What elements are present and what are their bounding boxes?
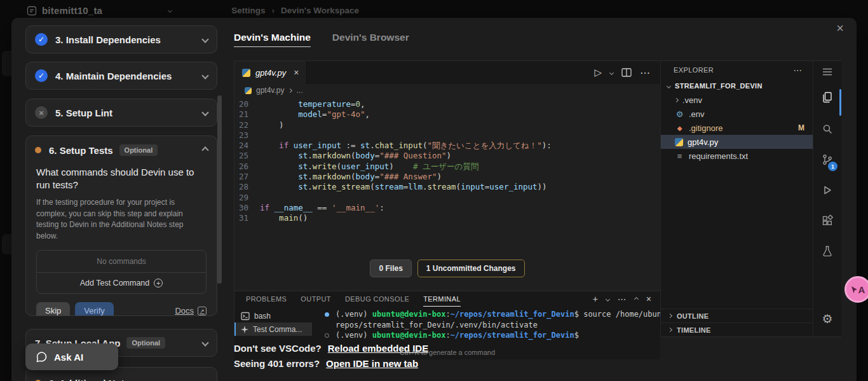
- line-number: 20: [234, 99, 260, 109]
- ide-footer: Don't see VSCode? Reload embedded IDE Se…: [234, 343, 428, 373]
- code-editor[interactable]: 20 temperature=0,21 model="gpt-4o",22 )2…: [234, 99, 655, 224]
- terminal-area: bash Test Comma...: [234, 309, 660, 341]
- step-install-dependencies[interactable]: ✓ 3. Install Dependencies: [25, 25, 217, 53]
- new-terminal-icon[interactable]: +: [593, 294, 598, 304]
- test-commands-box: No commands Add Test Command +: [36, 250, 207, 294]
- file-item--env[interactable]: ⚙.env: [661, 107, 813, 121]
- collaborator-avatar[interactable]: A: [844, 276, 868, 303]
- terminal-session-test-command[interactable]: Test Comma...: [234, 322, 312, 336]
- file-name: .gitignore: [689, 123, 722, 133]
- chevron-down-icon[interactable]: [609, 70, 614, 74]
- step-complete-icon: ✓: [35, 69, 48, 82]
- extensions-icon[interactable]: [821, 214, 834, 227]
- chevron-up-icon[interactable]: [634, 296, 639, 301]
- file-tree: .venv⚙.env◆.gitignoreMgpt4v.py≡requireme…: [661, 93, 813, 163]
- chevron-right-icon: [668, 314, 672, 318]
- panel-tab-debug-console[interactable]: DEBUG CONSOLE: [345, 291, 409, 307]
- step-setup-lint[interactable]: × 5. Setup Lint: [25, 99, 217, 127]
- split-editor-icon[interactable]: [621, 68, 632, 77]
- workspace-tab-devin-s-machine[interactable]: Devin's Machine: [234, 32, 311, 47]
- code-line: 28 st.write_stream(stream=llm.stream(inp…: [234, 182, 655, 192]
- section-timeline[interactable]: TIMELINE: [661, 322, 813, 336]
- add-test-command-button[interactable]: Add Test Command +: [37, 272, 206, 293]
- embedded-vscode: gpt4v.py × ▷ ⋯: [234, 60, 841, 337]
- testing-beaker-icon[interactable]: [821, 245, 834, 258]
- run-debug-icon[interactable]: [821, 184, 834, 197]
- search-icon[interactable]: [821, 123, 834, 135]
- explorer-sidebar: EXPLORER ⋯ STREAMLIT_FOR_DEVIN .venv⚙.en…: [660, 61, 813, 336]
- open-ide-new-tab-link[interactable]: Open IDE in new tab: [326, 358, 418, 369]
- step-setup-tests-expanded: 6. Setup Tests Optional What commands sh…: [25, 135, 217, 316]
- chevron-down-icon: [201, 109, 208, 116]
- file-item--venv[interactable]: .venv: [661, 93, 813, 107]
- python-file-icon: [675, 138, 683, 146]
- code-line: 29: [234, 193, 655, 203]
- breadcrumb[interactable]: gpt4v.py ...: [234, 84, 660, 97]
- file-item--gitignore[interactable]: ◆.gitignoreM: [661, 121, 813, 135]
- close-tab-icon[interactable]: ×: [294, 67, 299, 78]
- line-number: 21: [234, 109, 260, 120]
- uncommitted-changes-chip[interactable]: 1 Uncommitted Changes: [417, 260, 525, 277]
- plus-circle-icon: +: [154, 279, 163, 287]
- terminal-session-bash[interactable]: bash: [234, 309, 312, 322]
- file-item-gpt4v-py[interactable]: gpt4v.py: [661, 135, 813, 149]
- panel-actions: + ⋯ ×: [593, 291, 651, 307]
- session-label: bash: [254, 312, 271, 321]
- explorer-root-folder[interactable]: STREAMLIT_FOR_DEVIN: [661, 79, 813, 93]
- file-item-requirements-txt[interactable]: ≡requirements.txt: [661, 149, 813, 163]
- run-file-icon[interactable]: ▷: [594, 67, 602, 78]
- code-text: st.markdown(body="### Answer"): [260, 172, 442, 182]
- session-label: Test Comma...: [253, 325, 302, 334]
- section-label: OUTLINE: [677, 312, 709, 320]
- step-label: 6. Setup Tests: [49, 145, 113, 156]
- chevron-right-icon: [668, 328, 672, 332]
- reload-ide-link[interactable]: Reload embedded IDE: [328, 343, 428, 354]
- step-setup-tests-header[interactable]: 6. Setup Tests Optional: [26, 136, 217, 164]
- terminal-session-list: bash Test Comma...: [234, 309, 312, 341]
- panel-tab-output[interactable]: OUTPUT: [301, 291, 331, 307]
- terminal-output[interactable]: (.venv) ubuntu@devin-box:~/repos/streaml…: [325, 309, 670, 341]
- editor-tab-gpt4v[interactable]: gpt4v.py ×: [234, 61, 307, 84]
- code-line: 27 st.markdown(body="### Answer"): [234, 172, 655, 182]
- explorer-icon[interactable]: [821, 91, 834, 104]
- close-panel-icon[interactable]: ×: [646, 294, 651, 304]
- code-line: 30if __name__ == '__main__':: [234, 203, 655, 213]
- settings-gear-icon[interactable]: ⚙: [822, 312, 832, 326]
- devins-workspace-modal: × ✓ 3. Install Dependencies ✓ 4. Maintai…: [11, 18, 857, 381]
- python-file-icon: [245, 87, 252, 94]
- add-test-command-label: Add Test Command: [80, 279, 150, 287]
- more-actions-icon[interactable]: ⋯: [640, 67, 650, 79]
- skip-button[interactable]: Skip: [36, 302, 70, 316]
- code-text: temperature=0,: [260, 99, 365, 109]
- workspace-icon: [27, 6, 37, 16]
- lines-icon: ≡: [675, 151, 684, 161]
- chevron-down-icon: [201, 339, 208, 346]
- panel-tab-problems[interactable]: PROBLEMS: [246, 291, 287, 307]
- panel-tab-bar: PROBLEMSOUTPUTDEBUG CONSOLETERMINAL + ⋯ …: [234, 291, 660, 307]
- chevron-down-icon: [201, 36, 208, 43]
- breadcrumb-more: ...: [296, 86, 302, 95]
- verify-button[interactable]: Verify: [75, 302, 114, 316]
- scrollbar-thumb[interactable]: [217, 95, 222, 284]
- workspace-tab-devin-s-browser[interactable]: Devin's Browser: [332, 32, 409, 47]
- background-header: bitemitt10_ta Settings › Devin's Workspa…: [27, 5, 359, 16]
- step-pending-icon: [35, 147, 41, 153]
- explorer-more-icon[interactable]: ⋯: [794, 65, 803, 75]
- collaborator-initial: A: [858, 284, 865, 295]
- code-line: 22 ): [234, 120, 655, 130]
- ask-ai-button[interactable]: Ask AI: [25, 343, 118, 370]
- files-chip[interactable]: 0 Files: [370, 260, 411, 277]
- step-maintain-dependencies[interactable]: ✓ 4. Maintain Dependencies: [25, 62, 217, 90]
- chevron-down-icon: [201, 72, 208, 79]
- section-outline[interactable]: OUTLINE: [661, 308, 813, 322]
- explorer-sections: OUTLINETIMELINE: [661, 308, 813, 336]
- more-actions-icon[interactable]: ⋯: [618, 294, 627, 304]
- docs-link[interactable]: Docs ↗: [175, 306, 207, 315]
- panel-tab-terminal[interactable]: TERMINAL: [423, 291, 461, 307]
- explorer-header: EXPLORER ⋯: [661, 61, 813, 79]
- line-number: 25: [234, 151, 260, 161]
- chevron-up-icon: [201, 146, 208, 153]
- chevron-down-icon[interactable]: [606, 296, 610, 301]
- menu-icon[interactable]: [822, 67, 833, 77]
- spark-icon: [241, 326, 248, 333]
